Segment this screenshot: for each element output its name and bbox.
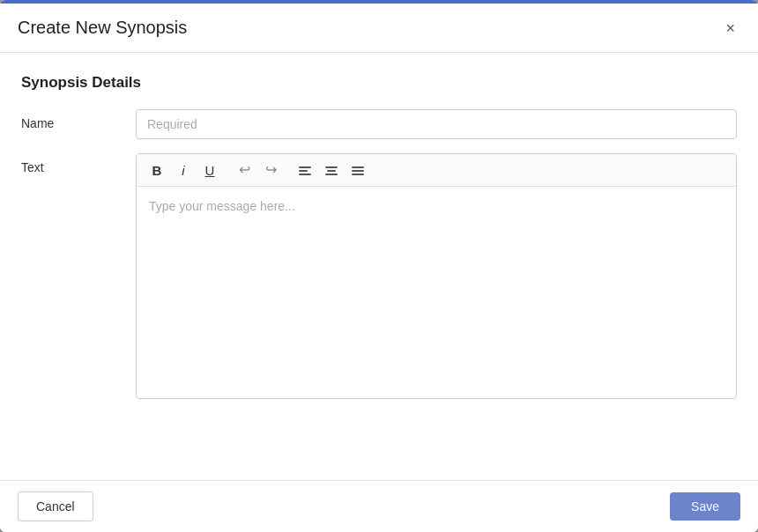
editor-content[interactable]: Type your message here...	[137, 187, 736, 398]
name-row: Name	[21, 109, 737, 139]
italic-button[interactable]: i	[172, 160, 195, 181]
bold-button[interactable]: B	[145, 160, 168, 181]
toolbar-separator-2	[287, 162, 288, 178]
toolbar-separator-1	[227, 162, 227, 178]
close-button[interactable]: ×	[720, 18, 740, 38]
text-row: Text B i U ↩ ↪	[21, 153, 737, 399]
align-center-icon	[325, 166, 338, 175]
name-field-wrap	[136, 109, 737, 139]
editor-wrap: B i U ↩ ↪	[136, 153, 737, 399]
modal-header: Create New Synopsis ×	[0, 0, 758, 53]
rich-editor: B i U ↩ ↪	[136, 153, 737, 399]
modal-dialog: Create New Synopsis × Synopsis Details N…	[0, 0, 758, 532]
align-justify-icon	[352, 166, 364, 175]
editor-placeholder: Type your message here...	[149, 199, 295, 213]
align-center-button[interactable]	[320, 160, 343, 180]
modal-body: Synopsis Details Name Text B i	[0, 53, 758, 480]
align-left-button[interactable]	[294, 160, 316, 180]
align-justify-button[interactable]	[346, 160, 369, 180]
redo-button[interactable]: ↪	[259, 159, 282, 181]
align-left-icon	[299, 166, 311, 175]
text-label: Text	[21, 153, 136, 174]
name-label: Name	[21, 109, 136, 130]
save-button[interactable]: Save	[670, 492, 740, 521]
modal-overlay: Create New Synopsis × Synopsis Details N…	[0, 0, 758, 532]
name-input[interactable]	[136, 109, 737, 139]
modal-title: Create New Synopsis	[18, 18, 187, 38]
undo-button[interactable]: ↩	[233, 159, 256, 181]
underline-button[interactable]: U	[198, 160, 221, 181]
cancel-button[interactable]: Cancel	[18, 491, 93, 521]
modal-footer: Cancel Save	[0, 480, 758, 532]
section-title: Synopsis Details	[21, 74, 737, 92]
editor-toolbar: B i U ↩ ↪	[137, 154, 736, 187]
